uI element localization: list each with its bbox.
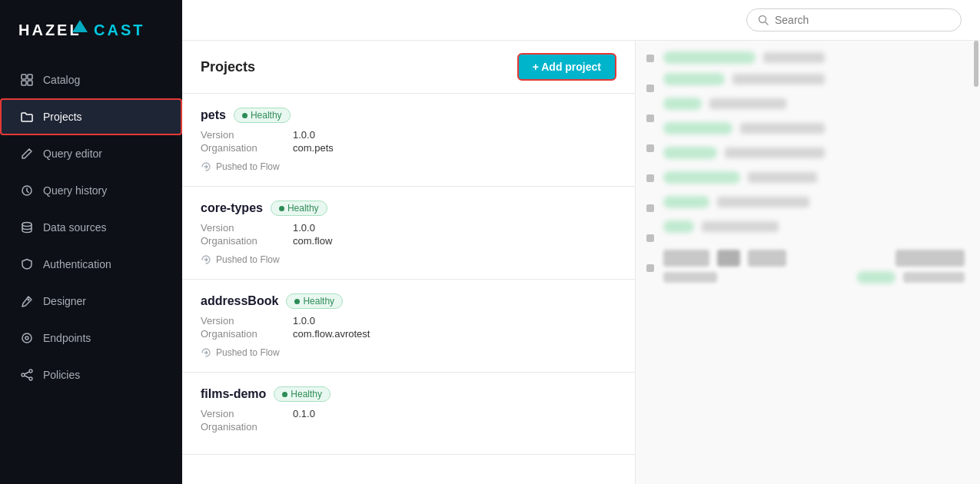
status-dot <box>279 206 284 211</box>
project-item-addressbook[interactable]: addressBook Healthy Version 1.0.0 Organi… <box>182 280 635 373</box>
blur-thumbnails <box>663 250 965 267</box>
search-input[interactable] <box>775 14 950 26</box>
status-dot <box>242 113 247 118</box>
dot <box>646 234 654 242</box>
blur-text <box>725 148 825 158</box>
sidebar-item-authentication[interactable]: Authentication <box>0 246 182 283</box>
pushed-to-flow: Pushed to Flow <box>201 254 616 265</box>
sidebar-item-query-editor[interactable]: Query editor <box>0 135 182 172</box>
status-label: Healthy <box>303 296 334 307</box>
sidebar-item-projects[interactable]: Projects <box>0 98 182 135</box>
blur-pill <box>663 196 709 208</box>
blur-pill <box>663 122 733 134</box>
add-project-button[interactable]: + Add project <box>517 53 616 81</box>
status-badge: Healthy <box>286 293 343 309</box>
blur-row <box>663 51 965 64</box>
right-col-content <box>663 48 965 476</box>
sidebar-item-data-sources[interactable]: Data sources <box>0 209 182 246</box>
version-label: Version <box>201 315 293 327</box>
version-value: 1.0.0 <box>293 129 616 141</box>
svg-point-10 <box>22 333 32 343</box>
edit-icon <box>20 147 34 161</box>
scrollbar[interactable] <box>974 41 978 87</box>
blur-text <box>663 272 717 283</box>
status-label: Healthy <box>251 110 282 121</box>
dot <box>646 174 654 182</box>
sidebar-nav: Catalog Projects Query editor Query hist… <box>0 58 182 484</box>
blur-text <box>709 98 786 109</box>
dot <box>646 144 654 152</box>
svg-point-11 <box>25 336 28 340</box>
project-header: addressBook Healthy <box>201 293 616 309</box>
project-header: pets Healthy <box>201 108 616 123</box>
blur-text <box>903 272 965 283</box>
sidebar-item-catalog[interactable]: Catalog <box>0 61 182 98</box>
version-label: Version <box>201 129 293 141</box>
hazelcast-logo: HAZEL CAST <box>18 17 157 41</box>
data-sources-label: Data sources <box>43 221 106 234</box>
status-dot <box>294 299 300 304</box>
status-badge: Healthy <box>274 386 331 402</box>
project-header: films-demo Healthy <box>201 386 616 402</box>
blur-row <box>663 220 965 233</box>
project-meta: Version 0.1.0 Organisation <box>201 408 616 433</box>
endpoints-icon <box>20 331 34 345</box>
flow-icon <box>201 347 211 358</box>
database-icon <box>20 220 34 234</box>
svg-rect-6 <box>28 81 32 85</box>
sidebar-item-query-history[interactable]: Query history <box>0 172 182 209</box>
project-item-core-types[interactable]: core-types Healthy Version 1.0.0 Organis… <box>182 187 635 280</box>
pushed-label: Pushed to Flow <box>216 161 280 172</box>
svg-point-15 <box>759 16 766 23</box>
flow-icon <box>201 161 211 172</box>
history-icon <box>20 184 34 197</box>
page-area: Projects + Add project pets Healthy Vers… <box>182 41 980 484</box>
svg-point-9 <box>28 299 30 301</box>
folder-icon <box>20 110 34 124</box>
authentication-label: Authentication <box>43 258 111 270</box>
svg-point-8 <box>22 223 32 227</box>
version-label: Version <box>201 222 293 234</box>
projects-list: pets Healthy Version 1.0.0 Organisation … <box>182 94 635 484</box>
projects-header: Projects + Add project <box>182 41 635 94</box>
blur-row <box>663 122 965 134</box>
blur-text <box>717 197 809 207</box>
blur-thumb <box>717 250 740 267</box>
svg-point-12 <box>29 370 32 373</box>
org-value: com.pets <box>293 142 616 154</box>
sidebar-item-endpoints[interactable]: Endpoints <box>0 320 182 356</box>
blur-row <box>663 147 965 159</box>
pushed-label: Pushed to Flow <box>216 254 280 265</box>
sidebar-item-designer[interactable]: Designer <box>0 283 182 320</box>
svg-point-13 <box>22 373 25 376</box>
dot <box>646 85 654 92</box>
sidebar-item-policies[interactable]: Policies <box>0 356 182 393</box>
project-name: films-demo <box>201 387 266 401</box>
status-label: Healthy <box>291 389 322 399</box>
shield-icon <box>20 257 34 271</box>
grid-icon <box>20 73 34 87</box>
dot <box>646 264 654 272</box>
org-label: Organisation <box>201 142 293 154</box>
svg-rect-5 <box>22 81 26 85</box>
org-value: com.flow <box>293 235 616 247</box>
sidebar: HAZEL CAST Catalog Projects Query editor <box>0 0 182 484</box>
project-meta: Version 1.0.0 Organisation com.flow.avro… <box>201 315 616 340</box>
project-meta: Version 1.0.0 Organisation com.pets <box>201 129 616 154</box>
right-panel-content <box>636 41 980 484</box>
blur-row <box>663 171 965 184</box>
blur-row <box>663 73 965 85</box>
project-item-pets[interactable]: pets Healthy Version 1.0.0 Organisation … <box>182 94 635 187</box>
blur-text <box>733 74 825 85</box>
search-bar[interactable] <box>746 8 962 31</box>
pushed-to-flow: Pushed to Flow <box>201 347 616 358</box>
status-dot <box>282 392 287 397</box>
version-value: 1.0.0 <box>293 315 616 327</box>
project-item-films-demo[interactable]: films-demo Healthy Version 0.1.0 Organis… <box>182 373 635 455</box>
version-value: 0.1.0 <box>293 408 616 419</box>
endpoints-label: Endpoints <box>43 332 91 344</box>
right-col-dots <box>643 48 654 476</box>
org-label: Organisation <box>201 235 293 247</box>
blur-text <box>763 52 825 63</box>
projects-panel: Projects + Add project pets Healthy Vers… <box>182 41 636 484</box>
